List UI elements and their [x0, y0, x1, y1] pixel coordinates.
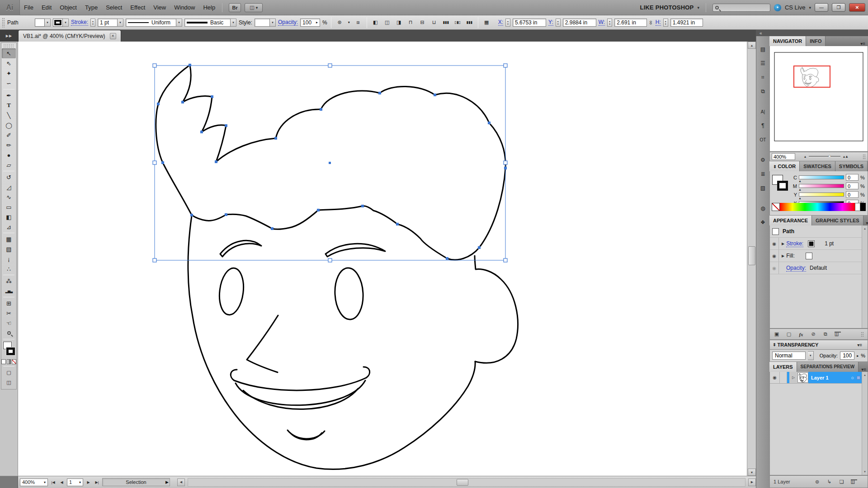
- symbol-sprayer-tool[interactable]: ⁂: [1, 276, 16, 286]
- stroke-panel-link[interactable]: Stroke:: [71, 19, 88, 26]
- delete-layer-icon[interactable]: Ш: [851, 479, 857, 484]
- handle-bottom-left[interactable]: [153, 258, 156, 262]
- menu-help[interactable]: Help: [199, 0, 219, 15]
- width-profile-chevron-icon[interactable]: ▾: [176, 19, 182, 27]
- tab-info[interactable]: INFO: [806, 36, 826, 46]
- opacity-popup-arrow-icon[interactable]: ▸: [316, 20, 318, 24]
- character-panel-icon[interactable]: A|: [757, 106, 769, 117]
- height-field[interactable]: 1.4921 in: [670, 19, 703, 27]
- path-anchor-points[interactable]: [157, 64, 507, 260]
- stroke-proxy-swatch[interactable]: [777, 181, 788, 191]
- navigator-preview[interactable]: [769, 46, 868, 152]
- yellow-slider-thumb[interactable]: ▲: [798, 197, 802, 200]
- isolation-mode-icon[interactable]: ⧈: [354, 18, 363, 27]
- document-info-panel-icon[interactable]: ▤: [757, 43, 769, 55]
- visibility-eye-icon[interactable]: ◉: [770, 250, 779, 262]
- transparency-opacity-field[interactable]: 100: [840, 352, 854, 360]
- info-panel-icon[interactable]: ◍: [757, 202, 769, 214]
- next-artboard-icon[interactable]: ▶: [85, 479, 92, 486]
- color-spectrum-bar[interactable]: [772, 203, 866, 211]
- disclosure-triangle-icon[interactable]: ▶: [782, 242, 784, 246]
- handle-middle-right[interactable]: [504, 161, 507, 164]
- fill-color-swatch[interactable]: [35, 19, 45, 27]
- fill-color-swatch[interactable]: [806, 253, 812, 259]
- zoom-tool[interactable]: [1, 328, 16, 338]
- ellipse-tool[interactable]: ◯: [1, 120, 16, 130]
- menu-file[interactable]: File: [20, 0, 38, 15]
- add-new-fill-icon[interactable]: ▢: [786, 331, 792, 337]
- select-similar-menu-icon[interactable]: ▾: [347, 18, 351, 27]
- add-effect-icon[interactable]: fx: [798, 332, 804, 337]
- stroke-weight-field[interactable]: 1 pt: [98, 19, 118, 27]
- appearance-opacity-row[interactable]: ◉ Opacity: Default: [770, 262, 862, 274]
- blend-tool[interactable]: ∴: [1, 264, 16, 274]
- tab-symbols[interactable]: SYMBOLS: [835, 161, 868, 171]
- blend-mode-dropdown[interactable]: Normal: [772, 352, 806, 360]
- gradient-tool[interactable]: ▧: [1, 244, 16, 254]
- cs-live-button[interactable]: CS Live: [785, 4, 806, 11]
- select-similar-icon[interactable]: ⊛: [335, 18, 344, 27]
- color-mode-button[interactable]: [1, 359, 6, 364]
- create-new-sublayer-icon[interactable]: ↳: [826, 479, 833, 485]
- menu-window[interactable]: Window: [170, 0, 199, 15]
- clear-appearance-icon[interactable]: ⊘: [810, 331, 816, 337]
- fill-color-chevron-icon[interactable]: ▾: [45, 19, 51, 27]
- brush-chevron-icon[interactable]: ▾: [231, 19, 236, 27]
- color-fill-stroke-proxy[interactable]: [772, 175, 790, 193]
- x-field[interactable]: 5.6753 in: [513, 19, 546, 27]
- brush-definition-dropdown[interactable]: Basic: [184, 19, 231, 27]
- align-right-icon[interactable]: ◨: [394, 18, 404, 27]
- width-profile-dropdown[interactable]: Uniform: [126, 19, 176, 27]
- tab-overflow-button[interactable]: ▶▶: [0, 30, 18, 42]
- close-button[interactable]: ✕: [849, 3, 865, 12]
- spectrum-ramp[interactable]: [780, 203, 855, 211]
- magenta-slider[interactable]: ▲: [799, 184, 844, 188]
- selection-center-point[interactable]: [329, 162, 331, 164]
- handle-bottom-center[interactable]: [328, 258, 332, 262]
- stroke-panel-icon[interactable]: ☰: [757, 57, 769, 69]
- transform-reference-icon[interactable]: ▦: [482, 18, 491, 27]
- layer-name[interactable]: Layer 1 ○: [808, 372, 862, 383]
- layer-thumbnail[interactable]: [797, 372, 808, 383]
- vertical-scroll-thumb[interactable]: [748, 246, 755, 265]
- collapse-panels-icon[interactable]: «: [760, 31, 762, 36]
- stroke-weight-chevron-icon[interactable]: ▾: [118, 19, 123, 27]
- column-graph-tool[interactable]: ▂▅▃: [1, 286, 16, 296]
- handle-top-right[interactable]: [504, 64, 507, 67]
- restore-button[interactable]: ❐: [832, 3, 845, 12]
- status-display[interactable]: Selection ▶: [102, 478, 170, 486]
- paragraph-panel-icon[interactable]: ¶: [757, 120, 769, 131]
- layer-expand-icon[interactable]: ▷: [789, 372, 797, 383]
- artboards-panel-icon[interactable]: ⌗: [757, 71, 769, 83]
- align-bottom-icon[interactable]: ⊔: [429, 18, 439, 27]
- pencil-tool[interactable]: ✏: [1, 140, 16, 150]
- direct-selection-tool[interactable]: ⇖: [1, 58, 16, 68]
- transparency-panel-menu-icon[interactable]: ▾≡: [854, 343, 865, 347]
- y-field[interactable]: 2.9884 in: [563, 19, 596, 27]
- width-tool[interactable]: ∿: [1, 192, 16, 202]
- tab-graphic-styles[interactable]: GRAPHIC STYLES: [812, 216, 863, 225]
- y-stepper[interactable]: ▲▼: [556, 19, 561, 27]
- graphic-style-dropdown[interactable]: [255, 19, 270, 27]
- menu-effect[interactable]: Effect: [126, 0, 149, 15]
- tab-separations-preview[interactable]: SEPARATIONS PREVIEW: [797, 362, 859, 372]
- x-link[interactable]: X:: [498, 19, 503, 26]
- layer-row[interactable]: ◉ ▷ Layer 1 ○: [770, 372, 862, 384]
- scroll-right-icon[interactable]: ▶: [748, 479, 756, 486]
- opacity-link[interactable]: Opacity:: [786, 265, 806, 272]
- panel-resize-grip[interactable]: [861, 332, 864, 337]
- panel-resize-grip[interactable]: [863, 154, 866, 160]
- handle-top-left[interactable]: [153, 64, 156, 67]
- type-tool[interactable]: T: [1, 100, 16, 110]
- eraser-tool[interactable]: ▱: [1, 160, 16, 170]
- blend-mode-chevron-icon[interactable]: ▾: [808, 351, 814, 360]
- opacity-field[interactable]: 100 ▸: [300, 19, 320, 27]
- distribute-center-icon[interactable]: ▯▮▯: [453, 18, 462, 27]
- first-artboard-icon[interactable]: |◀: [50, 479, 57, 486]
- width-link[interactable]: W:: [599, 19, 605, 26]
- yellow-value-field[interactable]: 0: [846, 191, 859, 198]
- layer-lock-cell[interactable]: [780, 372, 787, 383]
- menu-edit[interactable]: Edit: [38, 0, 56, 15]
- width-field[interactable]: 2.691 in: [614, 19, 647, 27]
- layers-panel-menu-icon[interactable]: ▾≡: [859, 367, 868, 372]
